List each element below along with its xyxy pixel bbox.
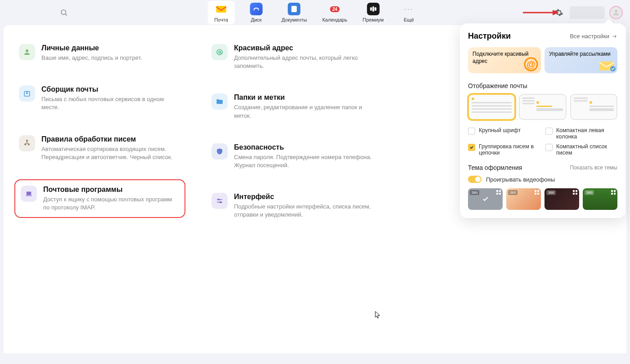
setting-security[interactable]: Безопасность Смена пароля. Подтверждение… <box>207 139 378 174</box>
nav-tab-more[interactable]: ··· Ещё <box>396 1 423 24</box>
grid-icon <box>496 190 501 195</box>
nav-label: Документы <box>281 17 307 22</box>
check-label: Крупный шрифт <box>479 127 521 133</box>
theme-dark[interactable]: 360 <box>544 188 579 210</box>
checkbox[interactable] <box>468 144 475 151</box>
setting-title: Безопасность <box>234 143 374 151</box>
nav-tab-mail[interactable]: Почта <box>207 1 234 24</box>
nav-tab-docs[interactable]: Документы <box>278 1 310 24</box>
checkbox[interactable] <box>545 128 553 135</box>
check-icon <box>469 145 474 150</box>
theme-header: Тема оформления Показать все темы <box>468 164 617 171</box>
theme-360-badge: 360 <box>470 190 479 195</box>
check-group-threads[interactable]: Группировка писем в цепочки <box>468 143 540 156</box>
promo-subscriptions[interactable]: Управляйте рассылками <box>544 47 617 73</box>
checkbox[interactable] <box>545 144 553 151</box>
check-label: Компактный список писем <box>556 143 617 156</box>
setting-desc: Дополнительный адрес почты, который легк… <box>234 54 374 70</box>
check-large-font[interactable]: Крупный шрифт <box>468 127 540 140</box>
setting-mail-programs[interactable]: Почтовые программы Доступ к ящику с помо… <box>14 179 185 218</box>
setting-title: Личные данные <box>41 44 181 52</box>
setting-mail-collector[interactable]: Сборщик почты Письма с любых почтовых се… <box>14 81 185 116</box>
branch-icon <box>19 135 35 151</box>
svg-rect-26 <box>496 193 498 195</box>
layout-options <box>468 94 617 120</box>
sliders-icon <box>212 193 228 209</box>
nav-tab-disk[interactable]: Диск <box>243 1 270 24</box>
more-icon: ··· <box>403 3 415 15</box>
layout-option-1[interactable] <box>468 94 515 120</box>
promo-text: Подключите красивый адрес <box>472 51 529 64</box>
setting-rules[interactable]: Правила обработки писем Автоматическая с… <box>14 131 185 166</box>
video-toggle[interactable] <box>468 176 482 183</box>
check-compact-list[interactable]: Компактный список писем <box>545 143 617 156</box>
folder-icon <box>212 93 228 110</box>
setting-personal-data[interactable]: Личные данные Ваше имя, адрес, подпись и… <box>14 40 185 67</box>
grid-icon <box>611 190 616 195</box>
setting-interface[interactable]: Интерфейс Подробные настройки интерфейса… <box>207 188 378 223</box>
documents-icon <box>288 3 301 15</box>
all-settings-link[interactable]: Все настройки <box>570 33 617 40</box>
svg-rect-35 <box>576 193 577 195</box>
promo-pretty-address[interactable]: Подключите красивый адрес @ <box>468 47 541 73</box>
nav-label: Ещё <box>404 17 414 22</box>
user-info-box[interactable] <box>570 6 605 19</box>
setting-text: Правила обработки писем Автоматическая с… <box>41 135 181 161</box>
svg-rect-30 <box>535 193 536 195</box>
theme-section-label: Тема оформления <box>468 164 522 171</box>
setting-title: Интерфейс <box>234 193 374 201</box>
svg-rect-38 <box>611 193 613 195</box>
svg-rect-31 <box>537 193 539 195</box>
theme-360-badge: 360 <box>585 190 594 195</box>
promo-cards: Подключите красивый адрес @ Управляйте р… <box>468 47 617 73</box>
check-icon <box>482 195 489 203</box>
setting-text: Красивый адрес Дополнительный адрес почт… <box>234 44 374 70</box>
envelope-decoration-icon <box>598 59 616 72</box>
mail-icon <box>215 3 227 15</box>
setting-title: Папки и метки <box>234 93 374 102</box>
nav-tab-premium[interactable]: Премиум <box>359 1 387 24</box>
svg-rect-29 <box>537 190 539 192</box>
nav-label: Премиум <box>363 17 384 22</box>
svg-rect-37 <box>614 190 616 192</box>
setting-pretty-address[interactable]: Красивый адрес Дополнительный адрес почт… <box>207 40 378 75</box>
show-all-themes-link[interactable]: Показать все темы <box>570 164 617 171</box>
svg-rect-25 <box>499 190 501 192</box>
checkbox[interactable] <box>468 128 475 135</box>
svg-point-3 <box>615 10 617 13</box>
setting-folders[interactable]: Папки и метки Создание, редактирование и… <box>207 89 378 124</box>
setting-text: Сборщик почты Письма с любых почтовых се… <box>41 85 181 111</box>
svg-point-19 <box>220 202 221 203</box>
setting-title: Почтовые программы <box>43 186 179 194</box>
setting-desc: Смена пароля. Подтверждение номера телеф… <box>234 153 374 169</box>
svg-text:@: @ <box>526 59 536 69</box>
laptop-icon <box>21 186 37 202</box>
layout-option-3[interactable] <box>570 94 617 120</box>
theme-green[interactable]: 360 <box>583 188 617 210</box>
header-right <box>553 6 623 19</box>
nav-tabs: Почта Диск Документы 24 Календарь Премиу… <box>207 1 422 24</box>
setting-desc: Подробные настройки интерфейса, списка п… <box>234 203 374 219</box>
theme-thumbnails: 360 360 360 360 <box>468 188 617 210</box>
avatar[interactable] <box>609 6 623 19</box>
svg-point-8 <box>26 49 28 52</box>
setting-desc: Доступ к ящику с помощью почтовых програ… <box>43 195 179 212</box>
setting-text: Безопасность Смена пароля. Подтверждение… <box>234 143 374 169</box>
setting-title: Правила обработки писем <box>41 135 181 143</box>
svg-rect-32 <box>573 190 575 192</box>
svg-point-0 <box>61 10 66 15</box>
layout-option-2[interactable] <box>519 94 566 120</box>
theme-orange[interactable]: 360 <box>506 188 541 210</box>
inbox-icon <box>19 85 35 102</box>
nav-tab-calendar[interactable]: 24 Календарь <box>319 1 351 24</box>
arrow-right-icon <box>611 33 617 40</box>
svg-point-18 <box>218 199 219 200</box>
theme-gray[interactable]: 360 <box>468 188 503 210</box>
nav-label: Календарь <box>322 17 347 22</box>
check-compact-left[interactable]: Компактная левая колонка <box>545 127 617 140</box>
panel-header: Настройки Все настройки <box>468 31 617 41</box>
setting-title: Красивый адрес <box>234 44 374 52</box>
premium-icon <box>367 3 379 15</box>
search-button[interactable] <box>57 5 71 20</box>
svg-rect-24 <box>496 190 498 192</box>
